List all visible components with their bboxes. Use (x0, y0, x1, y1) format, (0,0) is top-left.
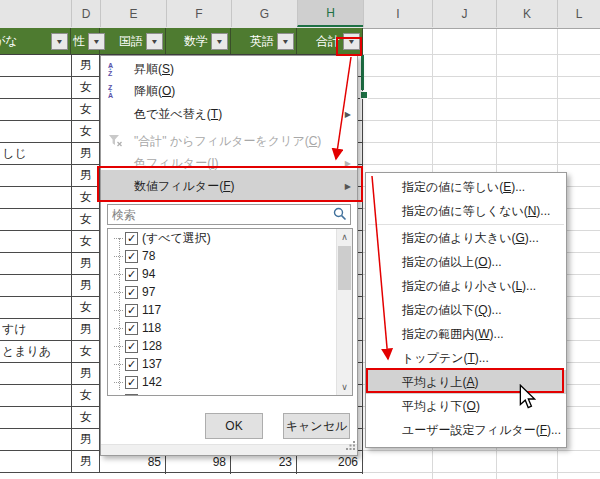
cell-sex[interactable]: 男 (72, 143, 100, 164)
cell-furigana[interactable] (0, 231, 72, 252)
checkbox-checked-icon[interactable] (125, 304, 138, 317)
cell-furigana[interactable] (0, 407, 72, 428)
filter-value-checkbox-item[interactable]: 117 (108, 301, 352, 319)
cell-sex[interactable]: 女 (72, 77, 100, 98)
column-header-E[interactable]: E (100, 0, 166, 27)
cell-furigana[interactable] (0, 77, 72, 98)
cell-furigana[interactable]: とまりあ (0, 341, 72, 362)
cell-furigana[interactable] (0, 429, 72, 450)
cell-furigana[interactable]: しじ (0, 143, 72, 164)
scroll-down-icon[interactable]: ∨ (337, 379, 352, 395)
filter-button-gokei[interactable] (343, 33, 360, 50)
submenu-item[interactable]: トップテン(T)... (366, 346, 566, 370)
filter-value-checkbox-item[interactable]: 97 (108, 283, 352, 301)
cell-furigana[interactable] (0, 209, 72, 230)
submenu-item[interactable]: 指定の値より大きい(G)... (366, 226, 566, 250)
filter-value-checkbox-item[interactable]: 118 (108, 319, 352, 337)
cell-sex[interactable]: 女 (72, 297, 100, 318)
checkbox-checked-icon[interactable] (125, 322, 138, 335)
cell-furigana[interactable] (0, 121, 72, 142)
checkbox-checked-icon[interactable] (125, 232, 138, 245)
submenu-item[interactable]: 指定の値より小さい(L)... (366, 274, 566, 298)
cell-sex[interactable]: 女 (72, 341, 100, 362)
filter-button-furigana[interactable] (51, 33, 68, 50)
cell-furigana[interactable] (0, 253, 72, 274)
cell-sex[interactable]: 男 (72, 429, 100, 450)
menu-item-sort-descending[interactable]: 降順(O) (101, 80, 357, 102)
resize-grip[interactable] (346, 436, 356, 454)
cell-sex[interactable]: 女 (72, 407, 100, 428)
cell-sex[interactable]: 男 (72, 319, 100, 340)
column-header-L[interactable]: L (557, 0, 600, 27)
search-input[interactable] (107, 204, 351, 225)
submenu-item[interactable]: 指定の値以上(O)... (366, 250, 566, 274)
column-header-H[interactable]: H (297, 0, 363, 27)
cell-sex[interactable]: 女 (72, 121, 100, 142)
menu-item-clear-filter[interactable]: "合計" からフィルターをクリア(C) (101, 130, 357, 152)
checkbox-checked-icon[interactable] (125, 286, 138, 299)
filter-value-checkbox-item[interactable] (108, 391, 352, 396)
filter-value-checkbox-item[interactable]: 94 (108, 265, 352, 283)
column-header-K[interactable]: K (496, 0, 557, 27)
fill-handle[interactable] (360, 91, 368, 99)
cancel-button[interactable]: キャンセル (283, 413, 350, 439)
cell-sex[interactable]: 男 (72, 363, 100, 384)
column-header-F[interactable]: F (166, 0, 231, 27)
column-header-I[interactable]: I (363, 0, 432, 27)
filter-button-sugaku[interactable] (211, 33, 228, 50)
active-cell-border (361, 55, 364, 90)
cell-sex[interactable]: 女 (72, 187, 100, 208)
menu-item-sort-ascending[interactable]: 昇順(S) (101, 58, 357, 80)
cell-furigana[interactable] (0, 187, 72, 208)
cell-sex[interactable]: 女 (72, 209, 100, 230)
filter-value-checkbox-item[interactable]: 142 (108, 373, 352, 391)
cell-sex[interactable]: 男 (72, 55, 100, 76)
cell-sex[interactable]: 女 (72, 231, 100, 252)
cell-furigana[interactable] (0, 363, 72, 384)
submenu-item[interactable]: 平均より下(O) (366, 394, 566, 418)
submenu-item[interactable]: 指定の値に等しい(E)... (366, 175, 566, 199)
submenu-item[interactable]: ユーザー設定フィルター(F)... (366, 418, 566, 442)
checkbox-checked-icon[interactable] (125, 358, 138, 371)
cell-furigana[interactable] (0, 275, 72, 296)
filter-value-checkbox-item[interactable]: 128 (108, 337, 352, 355)
cell-sex[interactable]: 女 (72, 385, 100, 406)
checkbox-checked-icon[interactable] (125, 394, 138, 397)
checkbox-checked-icon[interactable] (125, 340, 138, 353)
column-header-D[interactable]: D (71, 0, 100, 27)
cell-furigana[interactable] (0, 99, 72, 120)
submenu-item[interactable]: 平均より上(A) (366, 370, 566, 394)
ok-button[interactable]: OK (205, 413, 263, 439)
menu-item-sort-by-color[interactable]: 色で並べ替え(T) ▶ (101, 102, 357, 126)
cell-sex[interactable]: 男 (72, 253, 100, 274)
checkbox-checked-icon[interactable] (125, 250, 138, 263)
filter-value-checkbox-item[interactable]: (すべて選択) (108, 229, 352, 247)
checkbox-checked-icon[interactable] (125, 268, 138, 281)
scrollbar[interactable]: ∧ ∨ (336, 229, 352, 395)
submenu-item[interactable]: 指定の範囲内(W)... (366, 322, 566, 346)
search-icon[interactable] (333, 207, 347, 225)
scrollbar-thumb[interactable] (338, 246, 351, 290)
filter-button-eigo[interactable] (277, 33, 294, 50)
cell-furigana[interactable] (0, 297, 72, 318)
cell-furigana[interactable] (0, 451, 72, 472)
cell-sex[interactable]: 男 (72, 451, 100, 472)
filter-button-kokugo[interactable] (146, 33, 163, 50)
cell-sex[interactable]: 男 (72, 165, 100, 186)
submenu-item[interactable]: 指定の値以下(Q)... (366, 298, 566, 322)
column-header-J[interactable]: J (432, 0, 496, 27)
cell-sex[interactable]: 女 (72, 99, 100, 120)
submenu-item[interactable]: 指定の値に等しくない(N)... (366, 199, 566, 223)
cell-furigana[interactable]: すけ (0, 319, 72, 340)
cell-furigana[interactable] (0, 165, 72, 186)
cell-furigana[interactable] (0, 385, 72, 406)
scroll-up-icon[interactable]: ∧ (337, 229, 352, 245)
filter-value-checkbox-item[interactable]: 78 (108, 247, 352, 265)
menu-item-number-filter[interactable]: 数値フィルター(F) ▶ (101, 170, 357, 202)
column-header-G[interactable]: G (231, 0, 297, 27)
cell-furigana[interactable] (0, 55, 72, 76)
checkbox-checked-icon[interactable] (125, 376, 138, 389)
filter-value-checkbox-item[interactable]: 137 (108, 355, 352, 373)
cell-sex[interactable]: 男 (72, 275, 100, 296)
header-label-gokei: 合計 (316, 33, 340, 50)
